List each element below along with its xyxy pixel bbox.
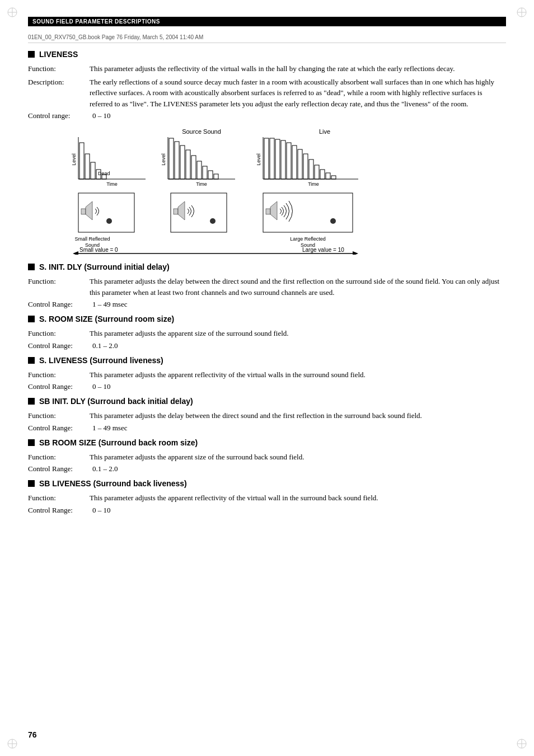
- liveness-control-label: Control range:: [28, 111, 92, 120]
- svg-marker-62: [178, 201, 185, 220]
- s-liveness-control-range: Control Range: 0 – 10: [28, 382, 506, 391]
- svg-point-63: [210, 218, 216, 224]
- sb-init-dly-control-value: 1 – 49 msec: [92, 424, 127, 433]
- svg-rect-47: [298, 149, 302, 179]
- liveness-description-row: Description: The early reflections of a …: [28, 77, 506, 110]
- corner-mark-tr: [516, 7, 527, 18]
- s-liveness-title: S. LIVENESS (Surround liveness): [28, 356, 506, 365]
- svg-text:Level: Level: [161, 153, 166, 166]
- page-number: 76: [28, 730, 37, 739]
- svg-rect-19: [85, 154, 90, 179]
- liveness-diagram-svg: Source Sound Live Level Time Dead: [45, 126, 369, 255]
- svg-text:Time: Time: [106, 181, 118, 187]
- svg-text:Source Sound: Source Sound: [182, 128, 221, 135]
- svg-point-67: [330, 218, 336, 224]
- svg-text:Level: Level: [256, 153, 261, 166]
- svg-rect-20: [91, 162, 95, 179]
- svg-rect-49: [309, 159, 313, 179]
- sb-liveness-function-text: This parameter adjusts the apparent refl…: [90, 492, 506, 504]
- s-init-dly-title: S. INIT. DLY (Surround initial delay): [28, 262, 506, 271]
- sb-liveness-control-label: Control Range:: [28, 506, 92, 515]
- svg-rect-30: [180, 145, 185, 179]
- sb-liveness-control-range: Control Range: 0 – 10: [28, 506, 506, 515]
- liveness-function-text: This parameter adjusts the reflectivity …: [90, 63, 506, 74]
- s-init-dly-function-row: Function: This parameter adjusts the del…: [28, 276, 506, 298]
- liveness-function-label: Function:: [28, 63, 90, 74]
- s-room-size-bullet: [28, 316, 35, 322]
- liveness-diagram: Source Sound Live Level Time Dead: [45, 126, 506, 257]
- s-room-size-control-range: Control Range: 0.1 – 2.0: [28, 341, 506, 350]
- sb-init-dly-function-text: This parameter adjusts the delay between…: [90, 410, 506, 421]
- sb-room-size-title: SB ROOM SIZE (Surround back room size): [28, 438, 506, 447]
- sb-room-size-bullet: [28, 439, 35, 446]
- file-info-text: 01EN_00_RXV750_GB.book Page 76 Friday, M…: [28, 34, 203, 40]
- svg-rect-35: [208, 171, 213, 179]
- svg-rect-50: [315, 165, 319, 179]
- svg-rect-43: [275, 139, 280, 179]
- s-liveness-function-row: Function: This parameter adjusts the app…: [28, 369, 506, 381]
- s-liveness-function-label: Function:: [28, 369, 90, 381]
- s-init-dly-control-range: Control Range: 1 – 49 msec: [28, 300, 506, 309]
- svg-rect-55: [81, 209, 86, 214]
- page: SOUND FIELD PARAMETER DESCRIPTIONS 01EN_…: [0, 0, 534, 756]
- svg-rect-52: [326, 173, 330, 179]
- svg-text:Dead: Dead: [98, 171, 110, 176]
- sb-liveness-function-row: Function: This parameter adjusts the app…: [28, 492, 506, 504]
- svg-text:Large Reflected: Large Reflected: [290, 236, 326, 242]
- liveness-function-row: Function: This parameter adjusts the ref…: [28, 63, 506, 74]
- header-bar-text: SOUND FIELD PARAMETER DESCRIPTIONS: [32, 18, 160, 25]
- sb-liveness-section: SB LIVENESS (Surround back liveness) Fun…: [28, 479, 506, 515]
- sb-init-dly-function-label: Function:: [28, 410, 90, 421]
- liveness-bullet: [28, 51, 35, 58]
- s-liveness-control-label: Control Range:: [28, 382, 92, 391]
- file-info: 01EN_00_RXV750_GB.book Page 76 Friday, M…: [28, 34, 506, 43]
- svg-rect-32: [191, 156, 196, 179]
- sb-room-size-control-label: Control Range:: [28, 464, 92, 473]
- svg-text:Small Reflected: Small Reflected: [74, 236, 110, 242]
- svg-rect-41: [264, 138, 269, 179]
- svg-rect-28: [169, 138, 174, 179]
- svg-marker-72: [353, 251, 358, 255]
- corner-mark-tl: [7, 7, 18, 18]
- svg-rect-42: [270, 138, 274, 179]
- svg-rect-36: [214, 174, 218, 179]
- svg-text:Large value = 10: Large value = 10: [302, 247, 344, 253]
- svg-text:Time: Time: [308, 181, 319, 187]
- sb-init-dly-bullet: [28, 398, 35, 405]
- header-bar: SOUND FIELD PARAMETER DESCRIPTIONS: [28, 17, 506, 26]
- sb-init-dly-section: SB INIT. DLY (Surround back initial dela…: [28, 397, 506, 433]
- sb-init-dly-control-label: Control Range:: [28, 424, 92, 433]
- s-init-dly-section: S. INIT. DLY (Surround initial delay) Fu…: [28, 262, 506, 309]
- svg-rect-48: [303, 154, 308, 179]
- sb-room-size-function-text: This parameter adjusts the apparent size…: [90, 452, 506, 463]
- svg-rect-46: [292, 145, 297, 179]
- s-init-dly-function-label: Function:: [28, 276, 90, 298]
- s-room-size-section: S. ROOM SIZE (Surround room size) Functi…: [28, 314, 506, 350]
- s-init-dly-bullet: [28, 264, 35, 270]
- s-init-dly-control-value: 1 – 49 msec: [92, 300, 127, 309]
- s-liveness-bullet: [28, 357, 35, 364]
- svg-rect-31: [186, 150, 190, 179]
- liveness-control-range: Control range: 0 – 10: [28, 111, 506, 120]
- svg-rect-61: [174, 209, 178, 214]
- sb-liveness-function-label: Function:: [28, 492, 90, 504]
- corner-mark-bl: [7, 738, 18, 749]
- svg-rect-44: [281, 140, 285, 179]
- svg-marker-71: [73, 251, 78, 255]
- sb-liveness-bullet: [28, 480, 35, 487]
- liveness-description-text: The early reflections of a sound source …: [90, 77, 506, 110]
- svg-rect-34: [203, 166, 207, 179]
- s-room-size-control-value: 0.1 – 2.0: [92, 341, 118, 350]
- s-room-size-title: S. ROOM SIZE (Surround room size): [28, 314, 506, 323]
- sb-liveness-control-value: 0 – 10: [92, 506, 111, 515]
- svg-marker-66: [270, 201, 277, 220]
- svg-text:Time: Time: [196, 181, 207, 187]
- s-room-size-function-label: Function:: [28, 328, 90, 339]
- svg-rect-29: [175, 142, 179, 179]
- sb-room-size-control-range: Control Range: 0.1 – 2.0: [28, 464, 506, 473]
- liveness-description-label: Description:: [28, 77, 90, 110]
- sb-room-size-control-value: 0.1 – 2.0: [92, 464, 118, 473]
- s-room-size-control-label: Control Range:: [28, 341, 92, 350]
- sb-liveness-title: SB LIVENESS (Surround back liveness): [28, 479, 506, 488]
- svg-text:Live: Live: [319, 128, 330, 135]
